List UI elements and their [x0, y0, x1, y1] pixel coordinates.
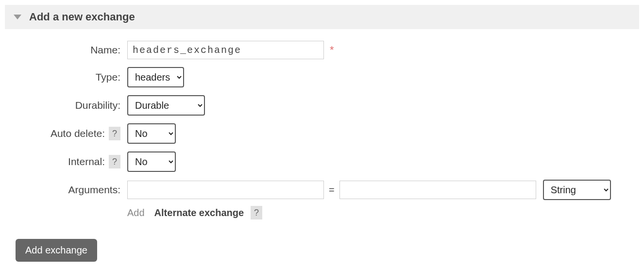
alternate-exchange-link[interactable]: Alternate exchange [154, 207, 244, 219]
add-exchange-button[interactable]: Add exchange [16, 239, 97, 262]
label-auto-delete-text: Auto delete: [51, 128, 105, 139]
label-arguments: Arguments: [11, 184, 127, 196]
help-icon[interactable]: ? [109, 127, 120, 140]
help-icon[interactable]: ? [109, 155, 120, 168]
collapse-triangle-icon [14, 15, 21, 19]
label-name-text: Name: [90, 44, 120, 56]
add-hint: Add [127, 207, 145, 219]
label-type: Type: [11, 71, 127, 83]
row-name: Name: * [11, 41, 633, 59]
add-exchange-form: Name: * Type: directfanoutheaderstopic D… [5, 29, 639, 269]
help-icon[interactable]: ? [251, 206, 262, 219]
name-input[interactable] [127, 41, 324, 59]
label-auto-delete: Auto delete: ? [11, 127, 127, 140]
type-select[interactable]: directfanoutheaderstopic [127, 67, 184, 87]
argument-key-input[interactable] [127, 181, 324, 199]
durability-select[interactable]: DurableTransient [127, 95, 205, 116]
argument-value-input[interactable] [339, 181, 536, 199]
section-title: Add a new exchange [29, 11, 135, 23]
label-durability: Durability: [11, 100, 127, 111]
row-durability: Durability: DurableTransient [11, 95, 633, 116]
section-header[interactable]: Add a new exchange [5, 5, 639, 29]
row-type: Type: directfanoutheaderstopic [11, 67, 633, 87]
label-type-text: Type: [96, 71, 120, 83]
row-internal: Internal: ? NoYes [11, 151, 633, 172]
argument-type-select[interactable]: StringNumberBooleanList [543, 180, 611, 200]
label-durability-text: Durability: [75, 100, 120, 111]
row-arguments-hint: Add Alternate exchange ? [11, 202, 633, 219]
row-auto-delete: Auto delete: ? NoYes [11, 123, 633, 144]
label-arguments-text: Arguments: [68, 184, 120, 196]
label-name: Name: [11, 44, 127, 56]
required-marker-icon: * [330, 44, 334, 56]
row-arguments: Arguments: = StringNumberBooleanList [11, 180, 633, 200]
auto-delete-select[interactable]: NoYes [127, 123, 176, 144]
internal-select[interactable]: NoYes [127, 151, 176, 172]
label-internal-text: Internal: [68, 156, 105, 168]
label-internal: Internal: ? [11, 155, 127, 168]
equals-sign: = [329, 185, 335, 196]
